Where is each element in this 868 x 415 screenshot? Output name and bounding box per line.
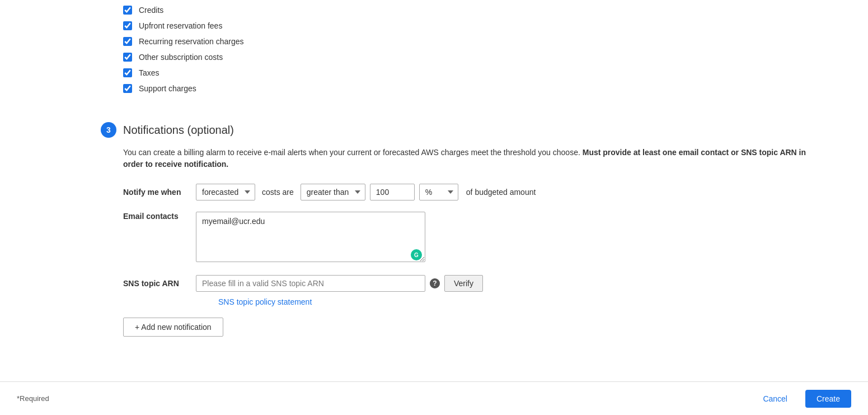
checkbox-item-other: Other subscription costs <box>123 53 868 62</box>
greater-than-select[interactable]: greater than less than equal to <box>301 184 365 200</box>
sns-label: SNS topic ARN <box>123 279 196 288</box>
checkbox-item-taxes: Taxes <box>123 68 868 77</box>
sns-input[interactable] <box>196 275 425 292</box>
help-icon[interactable]: ? <box>430 278 440 288</box>
support-checkbox[interactable] <box>123 84 132 93</box>
checkbox-item-upfront: Upfront reservation fees <box>123 21 868 30</box>
description-text: You can create a billing alarm to receiv… <box>101 147 817 170</box>
footer-bar: *Required Cancel Create <box>0 381 868 415</box>
notifications-section: 3 Notifications (optional) You can creat… <box>0 111 868 337</box>
credits-label: Credits <box>139 6 163 15</box>
checkbox-item-credits: Credits <box>123 6 868 15</box>
email-textarea-wrapper: myemail@ucr.edu G <box>196 212 425 264</box>
cancel-button[interactable]: Cancel <box>752 390 799 408</box>
other-checkbox[interactable] <box>123 53 132 62</box>
grammarly-icon: G <box>411 249 422 260</box>
taxes-label: Taxes <box>139 68 159 77</box>
email-label: Email contacts <box>123 212 196 221</box>
notify-controls: forecasted actual costs are greater than… <box>196 184 536 200</box>
costs-are-text: costs are <box>262 188 294 197</box>
sns-policy-link[interactable]: SNS topic policy statement <box>218 297 312 306</box>
upfront-checkbox[interactable] <box>123 21 132 30</box>
forecasted-select[interactable]: forecasted actual <box>196 184 255 200</box>
percent-select[interactable]: % USD <box>419 184 458 200</box>
add-notification-row: + Add new notification <box>101 318 868 337</box>
description-part1: You can create a billing alarm to receiv… <box>123 148 583 157</box>
recurring-label: Recurring reservation charges <box>139 37 244 46</box>
footer-buttons: Cancel Create <box>752 390 851 408</box>
create-button[interactable]: Create <box>805 390 851 408</box>
checkbox-item-support: Support charges <box>123 84 868 93</box>
checkboxes-section: Credits Upfront reservation fees Recurri… <box>0 6 868 111</box>
upfront-label: Upfront reservation fees <box>139 21 222 30</box>
notify-row: Notify me when forecasted actual costs a… <box>101 184 868 200</box>
support-label: Support charges <box>139 84 196 93</box>
threshold-input[interactable] <box>370 184 415 200</box>
add-notification-button[interactable]: + Add new notification <box>123 318 223 337</box>
required-text: *Required <box>17 394 49 403</box>
sns-policy-link-row: SNS topic policy statement <box>101 297 868 306</box>
section-title: Notifications (optional) <box>123 124 234 137</box>
sns-row: SNS topic ARN ? Verify <box>101 275 868 292</box>
checkbox-item-recurring: Recurring reservation charges <box>123 37 868 46</box>
credits-checkbox[interactable] <box>123 6 132 15</box>
page-wrapper: Credits Upfront reservation fees Recurri… <box>0 0 868 415</box>
budgeted-text: of budgeted amount <box>466 188 536 197</box>
section-header: 3 Notifications (optional) <box>101 122 868 138</box>
email-row: Email contacts myemail@ucr.edu G <box>101 212 868 264</box>
step-badge: 3 <box>101 122 116 138</box>
notify-label: Notify me when <box>123 188 196 197</box>
verify-button[interactable]: Verify <box>444 275 483 292</box>
other-label: Other subscription costs <box>139 53 223 62</box>
email-textarea[interactable]: myemail@ucr.edu <box>196 212 425 262</box>
recurring-checkbox[interactable] <box>123 37 132 46</box>
taxes-checkbox[interactable] <box>123 68 132 77</box>
